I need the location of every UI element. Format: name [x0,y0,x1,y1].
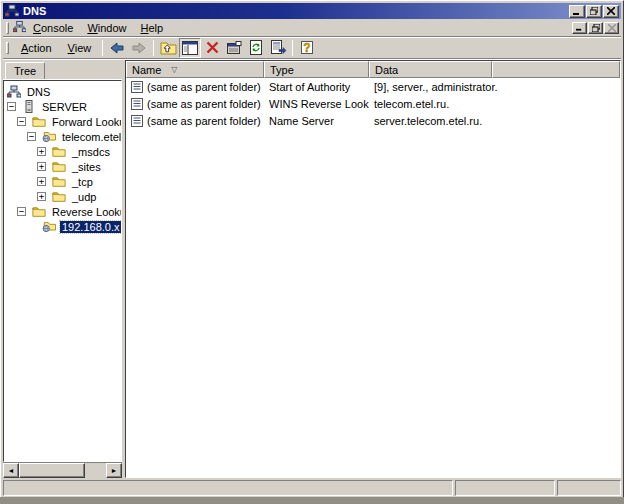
dns-console-icon [5,4,19,19]
tree-item[interactable]: DNS [4,84,121,99]
column-header-filler [492,61,620,78]
record-data: [9], server., administrator. [369,81,620,93]
status-segment [455,480,555,496]
column-header-label: Type [270,64,294,76]
tree-item-label: Forward Lookup Z [50,116,122,128]
minimize-button[interactable] [569,5,585,18]
tab-tree[interactable]: Tree [5,62,45,79]
action-menu-button[interactable]: Action [13,39,60,57]
scroll-right-icon[interactable]: ► [106,463,122,478]
tree-item[interactable]: telecom.etel.r [4,129,121,144]
child-minimize-button[interactable] [572,22,587,34]
tree-item[interactable]: _udp [4,189,121,204]
menu-bar: Console Window Help [3,19,621,37]
tree-horizontal-scrollbar[interactable]: ◄ ► [3,462,122,478]
collapse-icon[interactable] [7,102,16,111]
column-header-type[interactable]: Type [264,61,369,78]
tree-item[interactable]: _tcp [4,174,121,189]
view-menu-button[interactable]: View [60,39,100,57]
record-type: Start of Authority [264,81,369,93]
tree-item-label: _tcp [70,176,95,188]
export-list-icon[interactable] [267,38,289,58]
toolbar-grip[interactable] [6,42,9,54]
folder-icon [32,205,46,218]
tree-item[interactable]: _msdcs [4,144,121,159]
title-bar[interactable]: DNS [3,3,621,19]
dns-record-row[interactable]: (same as parent folder)Name Serverserver… [126,112,620,129]
toolbar-separator [153,40,154,56]
restore-button[interactable] [586,5,602,18]
tree-item[interactable]: 192.168.0.x S [4,219,121,234]
zone-icon [42,220,56,233]
record-icon [131,98,143,110]
console-tree-panel: Tree DNSSERVERForward Lookup Ztelecom.et… [3,60,122,478]
collapse-icon[interactable] [17,117,26,126]
tree-view[interactable]: DNSSERVERForward Lookup Ztelecom.etel.r_… [3,80,122,462]
dns-record-row[interactable]: (same as parent folder)WINS Reverse Look… [126,95,620,112]
properties-icon[interactable] [223,38,245,58]
sort-indicator-icon: ▽ [171,65,177,74]
window-bottom-edge [0,497,624,504]
list-header: Name▽TypeData [126,61,620,78]
main-area: Tree DNSSERVERForward Lookup Ztelecom.et… [3,60,621,478]
status-segment [3,480,453,496]
folder-icon [52,160,66,173]
menu-console[interactable]: Console [26,20,80,36]
delete-icon[interactable] [201,38,223,58]
window-title: DNS [23,5,569,17]
tree-item-label: telecom.etel.r [60,131,122,143]
folder-icon [32,115,46,128]
record-name: (same as parent folder) [147,81,261,93]
column-header-data[interactable]: Data [369,61,492,78]
forward-icon[interactable] [128,38,150,58]
scroll-left-icon[interactable]: ◄ [3,463,19,478]
close-button[interactable] [603,5,619,18]
column-header-label: Name [132,64,161,76]
tree-item[interactable]: Reverse Lookup Z [4,204,121,219]
dns-record-row[interactable]: (same as parent folder)Start of Authorit… [126,78,620,95]
child-restore-button[interactable] [588,22,603,34]
toolbar-separator [292,40,293,56]
tree-item[interactable]: Forward Lookup Z [4,114,121,129]
tree-item-label: _msdcs [70,146,112,158]
toolbar: Action View [3,37,621,59]
menu-window[interactable]: Window [80,20,133,36]
status-segment [557,480,621,496]
toolbar-separator [102,40,103,56]
list-body: (same as parent folder)Start of Authorit… [126,78,620,477]
refresh-icon[interactable] [245,38,267,58]
record-icon [131,81,143,93]
expand-icon[interactable] [37,192,46,201]
up-one-level-icon[interactable] [157,38,179,58]
tree-item-label: DNS [25,86,52,98]
folder-icon [52,190,66,203]
expand-icon[interactable] [37,147,46,156]
record-data: telecom.etel.ru. [369,98,620,110]
expand-icon[interactable] [37,177,46,186]
tree-item-label: 192.168.0.x S [60,221,122,233]
help-icon[interactable]: ? [296,38,318,58]
folder-icon [52,145,66,158]
back-icon[interactable] [106,38,128,58]
scrollbar-thumb[interactable] [19,463,85,478]
menu-help[interactable]: Help [134,20,171,36]
record-name: (same as parent folder) [147,98,261,110]
collapse-icon[interactable] [17,207,26,216]
show-hide-console-tree-icon[interactable] [179,38,201,58]
tree-item-label: _sites [70,161,103,173]
column-header-label: Data [375,64,398,76]
collapse-icon[interactable] [27,132,36,141]
record-icon [131,115,143,127]
svg-text:?: ? [304,41,311,55]
menubar-grip[interactable] [6,22,9,34]
child-close-button[interactable] [604,22,619,34]
record-name-cell: (same as parent folder) [126,115,264,127]
dns-icon [7,85,21,98]
column-header-name[interactable]: Name▽ [126,61,264,78]
console-window-icon[interactable] [13,20,26,35]
tree-item[interactable]: SERVER [4,99,121,114]
expand-icon[interactable] [37,162,46,171]
record-list-panel: Name▽TypeData (same as parent folder)Sta… [125,60,621,478]
tab-strip: Tree [3,60,122,80]
tree-item[interactable]: _sites [4,159,121,174]
